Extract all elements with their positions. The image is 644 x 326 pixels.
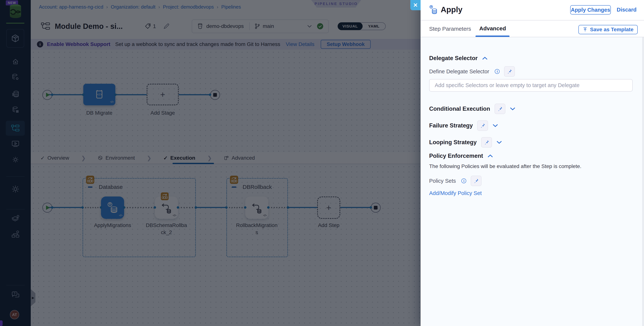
chevron-down-icon[interactable]: [510, 107, 516, 111]
apply-changes-button[interactable]: Apply Changes: [570, 5, 611, 14]
drawer-title: Apply: [441, 5, 462, 14]
drawer-tabs: Step Parameters Advanced Save as Templat…: [420, 20, 644, 37]
pushpin-icon: [484, 140, 489, 145]
chevron-down-icon[interactable]: [492, 124, 498, 127]
pin-runtime-input-button[interactable]: [494, 104, 505, 114]
conditional-execution-section[interactable]: Conditional Execution: [429, 104, 516, 114]
policy-description: The following Policies will be evaluated…: [429, 163, 582, 169]
define-delegate-selector-row: Define Delegate Selector i: [429, 66, 515, 77]
tab-step-parameters[interactable]: Step Parameters: [429, 26, 471, 32]
drawer-backdrop-overlay: [0, 0, 420, 326]
save-as-template-button[interactable]: Save as Template: [578, 25, 638, 34]
pushpin-icon: [507, 69, 512, 74]
delegate-selector-input[interactable]: [429, 79, 633, 92]
add-modify-policy-set-link[interactable]: Add/Modify Policy Set: [429, 190, 482, 196]
pin-runtime-input-button[interactable]: [477, 120, 488, 131]
info-icon[interactable]: i: [495, 69, 500, 74]
drawer-scrollbar-track[interactable]: [642, 37, 644, 326]
pin-runtime-input-button[interactable]: [471, 176, 482, 186]
pushpin-icon: [480, 123, 486, 128]
failure-strategy-section[interactable]: Failure Strategy: [429, 120, 498, 131]
policy-sets-row: Policy Sets i: [429, 176, 482, 186]
chevron-down-icon[interactable]: [496, 141, 502, 144]
chevron-up-icon[interactable]: [482, 57, 488, 60]
pin-runtime-input-button[interactable]: [481, 137, 492, 148]
close-drawer-button[interactable]: ✕: [410, 0, 420, 10]
tab-advanced-selected[interactable]: Advanced: [479, 25, 506, 32]
discard-button[interactable]: Discard: [617, 7, 636, 13]
pushpin-icon: [473, 178, 479, 184]
step-config-drawer: ✕ Apply Apply Changes Discard Step Param…: [420, 0, 644, 326]
drawer-header: Apply Apply Changes Discard: [420, 0, 644, 20]
apply-step-icon: [429, 5, 438, 15]
selected-tab-underline: [476, 35, 510, 37]
policy-enforcement-section-header[interactable]: Policy Enforcement: [429, 153, 493, 159]
pushpin-icon: [497, 106, 503, 112]
looping-strategy-section[interactable]: Looping Strategy: [429, 137, 502, 148]
pin-runtime-input-button[interactable]: [504, 66, 515, 77]
info-icon[interactable]: i: [462, 178, 466, 183]
chevron-up-icon[interactable]: [488, 154, 493, 158]
upload-icon: [583, 27, 588, 32]
delegate-selector-section-header[interactable]: Delegate Selector: [429, 55, 488, 62]
